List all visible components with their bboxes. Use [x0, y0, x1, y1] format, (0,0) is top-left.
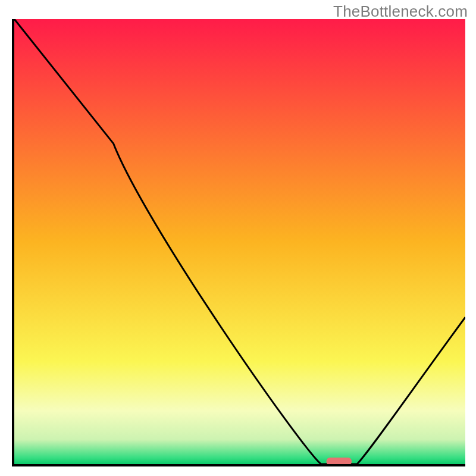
plot-area — [12, 19, 465, 466]
bottleneck-chart: TheBottleneck.com — [0, 0, 476, 476]
watermark-text: TheBottleneck.com — [333, 2, 468, 21]
gradient-fill — [14, 19, 465, 464]
plot-svg — [14, 19, 465, 464]
optimal-marker — [327, 458, 352, 464]
